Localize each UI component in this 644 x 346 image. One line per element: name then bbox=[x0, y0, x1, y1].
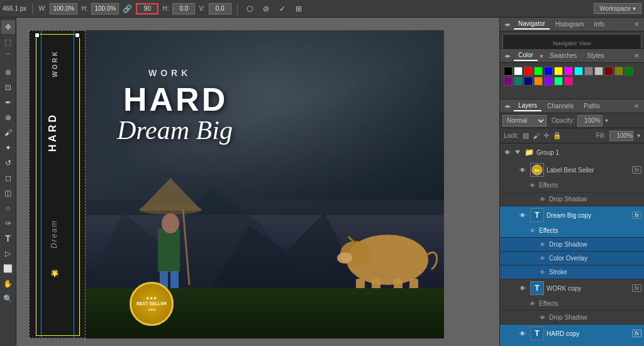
tab-navigator[interactable]: Navigator bbox=[514, 19, 550, 30]
zoom-tool[interactable]: 🔍 bbox=[1, 292, 15, 306]
brush-tool[interactable]: 🖌 bbox=[1, 126, 15, 140]
layer-hard-copy[interactable]: 👁 T HARD copy fx bbox=[500, 325, 644, 342]
layers-panel-collapse[interactable]: ◂▸ bbox=[502, 103, 513, 109]
swatch-ffff00[interactable] bbox=[554, 67, 563, 75]
swatch-c0c0c0[interactable] bbox=[594, 67, 603, 75]
confirm-transform-icon[interactable]: ✓ bbox=[276, 3, 289, 15]
lock-all-icon[interactable]: 🔒 bbox=[553, 131, 562, 140]
swatch-008000[interactable] bbox=[625, 67, 633, 75]
fill-arrow-icon[interactable]: ▾ bbox=[637, 132, 640, 139]
dodge-tool[interactable]: ○ bbox=[1, 201, 15, 215]
history-brush-tool[interactable]: ↺ bbox=[1, 156, 15, 170]
move-tool[interactable]: ✥ bbox=[1, 20, 15, 34]
path-select-tool[interactable]: ▷ bbox=[1, 247, 15, 260]
opacity-input[interactable] bbox=[577, 115, 602, 126]
layer-drop-shadow-label[interactable]: 👁 Drop Shadow bbox=[500, 193, 644, 206]
opacity-arrow-icon[interactable]: ▾ bbox=[605, 117, 608, 124]
shape-tool[interactable]: ⬜ bbox=[1, 262, 15, 276]
lock-icon[interactable]: 🔗 bbox=[123, 4, 132, 13]
angle-input[interactable] bbox=[136, 3, 158, 14]
swatch-ff0088[interactable] bbox=[564, 77, 573, 86]
swatch-000000[interactable] bbox=[504, 67, 513, 75]
healing-brush-tool[interactable]: ⊕ bbox=[1, 111, 15, 125]
layer-dream-big-copy[interactable]: 👁 T Dream Big copy fx bbox=[500, 206, 644, 224]
layers-panel-close[interactable]: ✕ bbox=[631, 101, 641, 111]
layer-stroke-dream-big-copy[interactable]: 👁 Stroke bbox=[500, 265, 644, 279]
swatch-8800ff[interactable] bbox=[544, 77, 553, 86]
eraser-tool[interactable]: ◻ bbox=[1, 171, 15, 185]
h-input[interactable] bbox=[172, 3, 195, 14]
layer-effects-dream-big-copy[interactable]: 👁 Effects bbox=[500, 224, 644, 238]
layer-effects-label[interactable]: 👁 Effects bbox=[500, 179, 644, 193]
visibility-eye-hard-copy[interactable]: 👁 bbox=[518, 328, 528, 338]
swatch-ffffff[interactable] bbox=[514, 67, 523, 75]
effects-eye-dream-big-copy[interactable]: 👁 bbox=[528, 226, 536, 235]
layer-effects-work-copy[interactable]: 👁 Effects bbox=[500, 297, 644, 311]
color-overlay-eye[interactable]: 👁 bbox=[538, 254, 547, 263]
swatch-800080[interactable] bbox=[504, 77, 513, 86]
swatch-ff0000[interactable] bbox=[524, 67, 533, 75]
layer-list[interactable]: 👁 📁 Group 1 👁 BS Label Best Seller fx 👁 bbox=[500, 143, 644, 346]
layer-fx-hard-copy[interactable]: fx bbox=[632, 330, 641, 337]
swatch-808080[interactable] bbox=[584, 67, 593, 75]
tab-info[interactable]: Info bbox=[589, 20, 609, 29]
tab-color[interactable]: Color bbox=[514, 50, 538, 61]
effects-eye-work-copy[interactable]: 👁 bbox=[528, 299, 536, 308]
swatch-0000ff[interactable] bbox=[544, 67, 553, 75]
layer-drop-shadow-dream-big-copy[interactable]: 👁 Drop Shadow bbox=[500, 238, 644, 252]
type-tool[interactable]: T bbox=[1, 232, 15, 245]
layer-fx-dream-big-copy[interactable]: fx bbox=[632, 211, 641, 219]
eyedropper-tool[interactable]: ✒ bbox=[1, 96, 15, 109]
layer-drop-shadow-work-copy[interactable]: 👁 Drop Shadow bbox=[500, 311, 644, 325]
image-size-icon[interactable]: ⊞ bbox=[292, 3, 305, 15]
color-panel-collapse[interactable]: ◂▸ bbox=[502, 52, 513, 59]
swatch-ff8800[interactable] bbox=[534, 77, 543, 86]
visibility-eye-group1[interactable]: 👁 bbox=[502, 147, 513, 157]
selection-handle-tl[interactable] bbox=[35, 33, 40, 38]
tab-styles[interactable]: Styles bbox=[582, 51, 608, 60]
drop-shadow-eye-label[interactable]: 👁 bbox=[538, 195, 547, 204]
layer-label-best-seller[interactable]: 👁 BS Label Best Seller fx bbox=[500, 161, 644, 179]
visibility-eye-label[interactable]: 👁 bbox=[518, 165, 528, 175]
pen-tool[interactable]: ✑ bbox=[1, 216, 15, 230]
swatch-ff00ff[interactable] bbox=[564, 67, 573, 75]
fill-input[interactable] bbox=[609, 131, 633, 141]
stroke-eye[interactable]: 👁 bbox=[538, 268, 547, 277]
color-panel-close[interactable]: ✕ bbox=[631, 51, 641, 60]
v-input[interactable] bbox=[209, 3, 231, 14]
hand-tool[interactable]: ✋ bbox=[1, 277, 15, 291]
workspace-button[interactable]: Workspace ▾ bbox=[594, 3, 641, 14]
tab-histogram[interactable]: Histogram bbox=[551, 20, 589, 29]
transform-icon-1[interactable]: ⬡ bbox=[243, 3, 256, 15]
layer-fx-work-copy[interactable]: fx bbox=[632, 284, 641, 292]
swatch-008080[interactable] bbox=[514, 77, 523, 86]
layer-group1[interactable]: 👁 📁 Group 1 bbox=[500, 143, 644, 161]
rectangle-select-tool[interactable]: ⬚ bbox=[1, 35, 15, 49]
quick-select-tool[interactable]: ⊛ bbox=[1, 65, 15, 79]
navigator-panel-close[interactable]: ✕ bbox=[631, 20, 641, 29]
clone-stamp-tool[interactable]: ✦ bbox=[1, 141, 15, 155]
swatch-00ffff[interactable] bbox=[574, 67, 583, 75]
gradient-tool[interactable]: ◫ bbox=[1, 186, 15, 200]
selection-handle-tr[interactable] bbox=[75, 33, 80, 38]
layer-fx-label[interactable]: fx bbox=[632, 166, 641, 174]
swatch-00ff00[interactable] bbox=[534, 67, 543, 75]
canvas-area[interactable]: WORK HARD Dream 🌟 WORK HARD Dream Big bbox=[16, 18, 499, 346]
layer-work-copy[interactable]: 👁 T WORK copy fx bbox=[500, 279, 644, 297]
drop-shadow-eye-dream-big-copy[interactable]: 👁 bbox=[538, 240, 547, 249]
layer-effects-hard-copy[interactable]: 👁 Effects bbox=[500, 342, 644, 346]
tab-paths[interactable]: Paths bbox=[579, 101, 604, 111]
swatch-000080[interactable] bbox=[524, 77, 533, 86]
cancel-transform-icon[interactable]: ⊘ bbox=[260, 3, 272, 15]
visibility-eye-dream-big-copy[interactable]: 👁 bbox=[518, 210, 528, 220]
swatch-800000[interactable] bbox=[604, 67, 613, 75]
lock-image-icon[interactable]: 🖌 bbox=[533, 132, 540, 140]
drop-shadow-eye-work-copy[interactable]: 👁 bbox=[538, 313, 547, 322]
effects-eye-label[interactable]: 👁 bbox=[528, 181, 536, 190]
lock-position-icon[interactable]: ✛ bbox=[543, 131, 549, 140]
height-input[interactable] bbox=[91, 3, 119, 14]
width-input[interactable] bbox=[50, 3, 77, 14]
panel-collapse-icon[interactable]: ◂▸ bbox=[502, 21, 513, 28]
lasso-tool[interactable]: ⌒ bbox=[1, 50, 15, 64]
blend-mode-select[interactable]: Normal bbox=[502, 115, 547, 126]
